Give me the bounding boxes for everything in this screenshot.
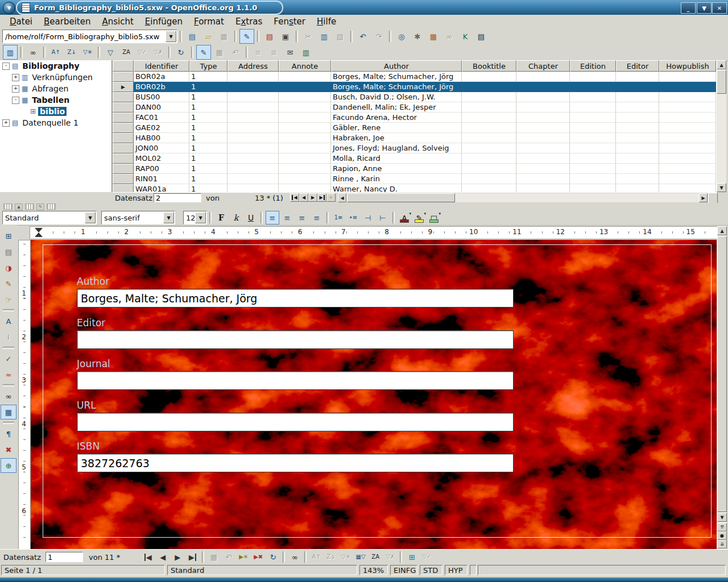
- table-cell[interactable]: [228, 174, 279, 184]
- status-hyperlink-mode[interactable]: HYP: [445, 565, 468, 575]
- form-field-journal[interactable]: [77, 371, 514, 390]
- row-header[interactable]: [113, 123, 134, 133]
- menu-extras[interactable]: Extras: [230, 16, 267, 27]
- table-cell[interactable]: [616, 174, 659, 184]
- table-cell[interactable]: 1: [189, 102, 228, 113]
- font-color-button-dropdown[interactable]: ▾: [409, 211, 411, 216]
- table-row[interactable]: GAE021Gäbler, Rene: [113, 123, 717, 133]
- table-horizontal-scrollbar[interactable]: ◀ ▶: [338, 193, 708, 202]
- table-cell[interactable]: [516, 133, 570, 143]
- collapse-icon[interactable]: -: [12, 97, 19, 104]
- scroll-down-icon[interactable]: ▼: [717, 183, 726, 192]
- graphics-toggle-icon[interactable]: ✖: [1, 442, 16, 457]
- table-cell[interactable]: 1: [189, 113, 228, 123]
- row-header[interactable]: [113, 184, 134, 192]
- table-cell[interactable]: [462, 123, 516, 133]
- table-cell[interactable]: [228, 92, 279, 102]
- record-number-input[interactable]: [46, 552, 83, 562]
- refresh-icon[interactable]: ↻: [266, 550, 280, 564]
- table-cell[interactable]: Borges, Malte; Schumacher, Jörg: [331, 72, 462, 82]
- column-header-chapter[interactable]: Chapter: [516, 60, 570, 72]
- table-cell[interactable]: [570, 72, 616, 82]
- first-record-icon[interactable]: ◀: [141, 550, 155, 564]
- table-cell[interactable]: [279, 184, 331, 192]
- apply-filter-icon[interactable]: ▽✓: [420, 550, 433, 564]
- size-dropdown-button[interactable]: ▼: [195, 212, 206, 223]
- autofilter-icon[interactable]: ▽✳: [339, 550, 353, 564]
- menu-format[interactable]: Format: [189, 16, 229, 27]
- table-cell[interactable]: [616, 72, 659, 82]
- form-field-isbn[interactable]: [77, 454, 514, 472]
- table-cell[interactable]: [616, 143, 659, 153]
- table-cell[interactable]: 1: [189, 92, 228, 102]
- table-cell[interactable]: [570, 123, 616, 133]
- table-cell[interactable]: [659, 82, 716, 92]
- table-cell[interactable]: MOL02: [134, 153, 189, 164]
- table-cell[interactable]: [659, 143, 716, 153]
- find-record-icon[interactable]: ∞: [288, 550, 301, 564]
- table-row[interactable]: BOR02a1Borges, Malte; Schumacher, Jörg: [113, 72, 717, 82]
- spellcheck-icon[interactable]: ✓: [1, 351, 16, 366]
- insert-icon[interactable]: ▤: [1, 244, 16, 259]
- collapse-icon[interactable]: -: [2, 63, 10, 70]
- horizontal-ruler[interactable]: 123456789101112131415: [30, 226, 718, 239]
- table-cell[interactable]: Facundo Arena, Hector: [331, 113, 462, 123]
- open-document-icon[interactable]: ▱: [201, 29, 216, 44]
- row-header[interactable]: [113, 174, 134, 184]
- tree-item-datenquelle-1[interactable]: +▤Datenquelle 1: [0, 117, 111, 128]
- remove-filter-icon[interactable]: ▽✗: [383, 550, 397, 564]
- table-cell[interactable]: [462, 153, 516, 164]
- remove-filter-icon[interactable]: ▽✗: [151, 45, 166, 60]
- column-header-identifier[interactable]: Identifier: [134, 60, 189, 72]
- document-vertical-scrollbar[interactable]: ▲ ▼ ⇈ ● ⇊: [717, 226, 727, 549]
- scroll-up-icon[interactable]: ▲: [717, 60, 726, 69]
- table-cell[interactable]: Molla, Ricard: [331, 153, 462, 164]
- italic-button[interactable]: k: [229, 211, 243, 225]
- table-row[interactable]: BUS001Busch, David D.; Olsen, J.W.: [113, 92, 717, 102]
- column-header-editor[interactable]: Editor: [616, 60, 659, 72]
- table-cell[interactable]: [516, 143, 570, 153]
- record-number-input[interactable]: [154, 193, 201, 202]
- table-cell[interactable]: [462, 72, 516, 82]
- save-record-icon[interactable]: ▦: [212, 45, 227, 60]
- increase-indent-button[interactable]: ⊢: [376, 211, 390, 225]
- table-cell[interactable]: [462, 174, 516, 184]
- table-cell[interactable]: RAP00: [134, 164, 189, 174]
- table-cell[interactable]: [570, 133, 616, 143]
- tree-item-tabellen[interactable]: -▦Tabellen: [0, 94, 111, 106]
- new-record-icon[interactable]: ▶✳: [237, 550, 250, 564]
- table-cell[interactable]: [616, 102, 659, 113]
- url-dropdown-button[interactable]: ▼: [166, 31, 176, 42]
- data-source-of-document-icon[interactable]: ▥: [299, 45, 313, 60]
- table-cell[interactable]: [570, 92, 616, 102]
- pen-icon[interactable]: ✎: [36, 203, 44, 210]
- status-selection-mode[interactable]: STD: [420, 565, 442, 575]
- menu-einfügen[interactable]: Einfügen: [140, 16, 188, 27]
- menu-hilfe[interactable]: Hilfe: [312, 16, 341, 27]
- table-cell[interactable]: [570, 102, 616, 113]
- table-cell[interactable]: Warner, Nancy D.: [331, 184, 462, 192]
- paste-icon[interactable]: ▧: [333, 29, 348, 44]
- table-row[interactable]: DAN001Dandenell, Malin; Ek, Jesper: [113, 102, 717, 113]
- table-cell[interactable]: Busch, David D.; Olsen, J.W.: [331, 92, 462, 102]
- table-cell[interactable]: Rapion, Anne: [331, 164, 462, 174]
- paragraph-style-value[interactable]: Standard: [3, 214, 85, 222]
- row-header[interactable]: [113, 72, 134, 82]
- row-header[interactable]: [113, 143, 134, 153]
- tree-item-bibliography[interactable]: -▤Bibliography: [0, 60, 111, 72]
- prev-record-icon[interactable]: ◀: [299, 193, 308, 202]
- undo-data-entry-icon[interactable]: ↶: [228, 45, 243, 60]
- toolbar-grip[interactable]: [25, 203, 34, 210]
- table-cell[interactable]: GAE02: [134, 123, 189, 133]
- table-row[interactable]: ▶BOR02b1Borges, Malte; Schumacher, Jörg: [113, 82, 717, 92]
- status-page-style[interactable]: Standard: [167, 565, 357, 575]
- table-cell[interactable]: [279, 82, 331, 92]
- table-cell[interactable]: [228, 143, 279, 153]
- table-cell[interactable]: [659, 102, 716, 113]
- table-cell[interactable]: [659, 133, 716, 143]
- tab-type-selector[interactable]: [35, 228, 43, 237]
- sort-ascending-icon[interactable]: A↑: [309, 550, 323, 564]
- table-cell[interactable]: [570, 82, 616, 92]
- table-cell[interactable]: [228, 184, 279, 192]
- apply-filter-icon[interactable]: ▽✓: [135, 45, 150, 60]
